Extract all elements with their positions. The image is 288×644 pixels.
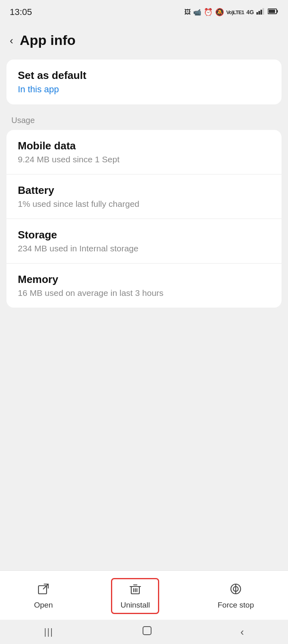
battery-row[interactable]: Battery 1% used since last fully charged	[6, 174, 282, 219]
usage-section-label: Usage	[0, 108, 288, 128]
usage-card: Mobile data 9.24 MB used since 1 Sept Ba…	[6, 130, 282, 308]
set-as-default-row[interactable]: Set as default In this app	[6, 60, 282, 104]
battery-icon	[268, 8, 278, 16]
svg-rect-18	[143, 627, 151, 635]
volte-icon: Vo)LTE1	[226, 9, 244, 15]
mobile-data-title: Mobile data	[18, 140, 270, 152]
trash-icon	[129, 582, 142, 597]
uninstall-label: Uninstall	[120, 601, 150, 610]
svg-rect-3	[262, 8, 264, 15]
alarm-icon: ⏰	[204, 8, 213, 17]
svg-rect-6	[269, 10, 275, 13]
status-icons: 🖼 📹 ⏰ 🔕 Vo)LTE1 4G	[184, 8, 279, 17]
open-button[interactable]: Open	[24, 579, 62, 613]
video-icon: 📹	[193, 9, 201, 16]
mobile-data-row[interactable]: Mobile data 9.24 MB used since 1 Sept	[6, 130, 282, 174]
open-label: Open	[34, 601, 53, 610]
uninstall-button[interactable]: Uninstall	[111, 578, 159, 614]
set-as-default-card[interactable]: Set as default In this app	[6, 60, 282, 104]
mute-icon: 🔕	[215, 8, 224, 17]
header: ‹ App info	[0, 24, 288, 55]
in-this-app-link[interactable]: In this app	[18, 84, 270, 95]
set-as-default-title: Set as default	[18, 69, 270, 82]
svg-rect-5	[277, 10, 278, 13]
battery-title: Battery	[18, 184, 270, 197]
signal-bars-icon	[256, 8, 265, 16]
page-title: App info	[20, 32, 76, 48]
mobile-data-desc: 9.24 MB used since 1 Sept	[18, 155, 270, 164]
nav-recents-icon[interactable]: |||	[44, 627, 53, 637]
svg-rect-2	[260, 10, 262, 15]
nav-back-icon[interactable]: ‹	[240, 626, 244, 638]
svg-rect-1	[258, 11, 260, 15]
force-stop-button[interactable]: Force stop	[208, 579, 264, 613]
svg-line-8	[43, 584, 48, 589]
network-4g-icon: 4G	[246, 9, 254, 15]
memory-title: Memory	[18, 273, 270, 286]
back-button[interactable]: ‹	[10, 35, 13, 46]
memory-row[interactable]: Memory 16 MB used on average in last 3 h…	[6, 264, 282, 308]
status-time: 13:05	[10, 7, 32, 17]
nav-bar: ||| ‹	[0, 620, 288, 644]
storage-title: Storage	[18, 229, 270, 241]
svg-rect-0	[256, 12, 258, 15]
photo-icon: 🖼	[184, 9, 191, 16]
storage-row[interactable]: Storage 234 MB used in Internal storage	[6, 219, 282, 264]
memory-desc: 16 MB used on average in last 3 hours	[18, 288, 270, 298]
battery-desc: 1% used since last fully charged	[18, 199, 270, 209]
open-icon	[37, 582, 50, 597]
bottom-action-bar: Open Uninstall Force stop	[0, 570, 288, 620]
block-icon	[229, 582, 242, 597]
status-bar: 13:05 🖼 📹 ⏰ 🔕 Vo)LTE1 4G	[0, 0, 288, 24]
nav-home-icon[interactable]	[142, 625, 152, 638]
force-stop-label: Force stop	[218, 601, 254, 610]
storage-desc: 234 MB used in Internal storage	[18, 244, 270, 253]
